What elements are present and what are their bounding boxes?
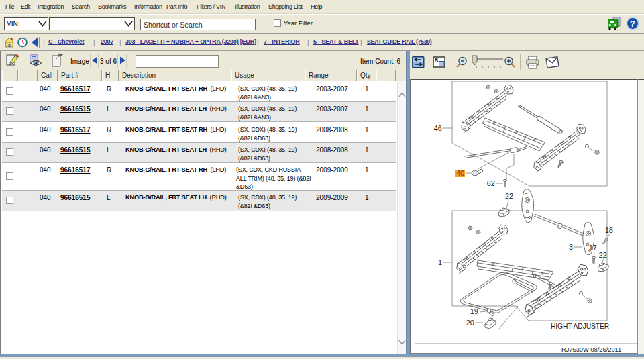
- svg-text:HIGHT ADJUSTER: HIGHT ADJUSTER: [551, 323, 609, 330]
- svg-text:19: 19: [470, 307, 478, 315]
- svg-text:20: 20: [466, 319, 474, 327]
- svg-text:22: 22: [599, 251, 607, 259]
- svg-text:18: 18: [605, 226, 613, 234]
- svg-text:40: 40: [456, 169, 464, 177]
- svg-text:1: 1: [438, 258, 442, 266]
- svg-text:RJ7530W 08/26/2011: RJ7530W 08/26/2011: [561, 346, 621, 353]
- svg-text:46: 46: [434, 124, 442, 132]
- svg-text:62: 62: [487, 179, 495, 187]
- svg-text:3: 3: [569, 243, 573, 251]
- svg-text:22: 22: [505, 192, 513, 200]
- svg-text:?: ?: [630, 19, 635, 29]
- svg-text:17: 17: [589, 244, 597, 252]
